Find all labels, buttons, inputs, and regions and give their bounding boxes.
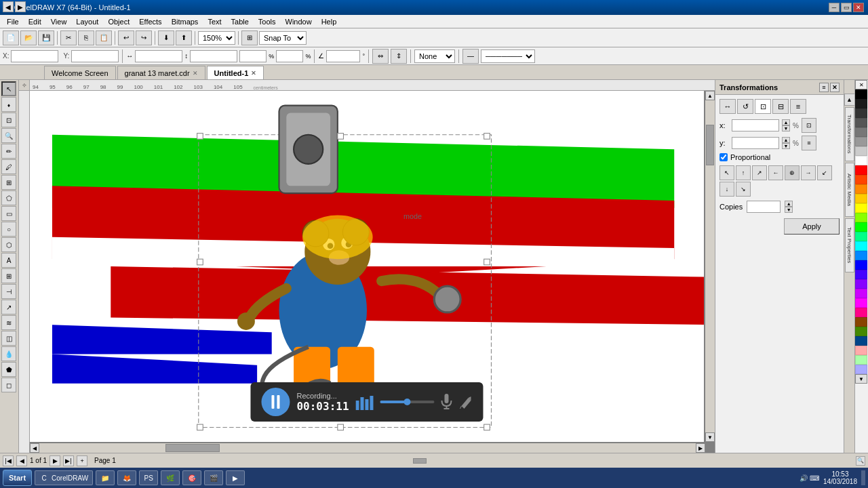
show-desktop-btn[interactable] (861, 470, 865, 485)
restore-button[interactable]: ▭ (841, 3, 852, 12)
scroll-left-btn[interactable]: ◀ (30, 443, 39, 453)
color-swatch[interactable] (855, 365, 867, 374)
menu-layout[interactable]: Layout (72, 16, 102, 27)
side-tab-artistic-media[interactable]: Artistic Media (845, 163, 854, 217)
progress-bar[interactable] (380, 401, 435, 403)
tab-granat-close[interactable]: ✕ (193, 70, 198, 77)
color-swatch[interactable] (855, 251, 867, 260)
shape-tool[interactable]: ⬧ (1, 97, 16, 112)
color-swatch[interactable] (855, 232, 867, 241)
copies-spin-down[interactable]: ▼ (785, 207, 793, 213)
scroll-up-btn[interactable]: ▲ (705, 91, 715, 100)
transform-tab-scale[interactable]: ⊡ (755, 99, 771, 114)
color-swatch[interactable] (855, 213, 867, 222)
scroll-h-thumb[interactable] (165, 444, 220, 452)
export-button[interactable]: ⬆ (176, 30, 192, 45)
color-red[interactable] (855, 165, 867, 175)
menu-edit[interactable]: Edit (24, 16, 45, 27)
color-yellow[interactable] (855, 194, 867, 203)
color-cyan[interactable] (855, 241, 867, 251)
anchor-bl[interactable]: ↙ (817, 165, 832, 180)
color-more-btn[interactable]: ▼ (855, 374, 867, 384)
scroll-down-btn[interactable]: ▼ (705, 432, 715, 442)
angle-input[interactable]: 180,0 (326, 50, 360, 62)
scroll-right-btn[interactable]: ▶ (696, 443, 705, 453)
taskbar-app5[interactable]: 🎯 (182, 470, 201, 485)
polygon-tool[interactable]: ⬡ (1, 237, 16, 252)
x-spin-up[interactable]: ▲ (782, 119, 790, 125)
transparency-tool[interactable]: ◫ (1, 331, 16, 346)
zoom-combo[interactable]: 150% 100% 75% 50% (198, 31, 235, 45)
menu-effects[interactable]: Effects (135, 16, 165, 27)
lock-aspect-btn[interactable]: ⊡ (802, 118, 816, 133)
blend-tool[interactable]: ≋ (1, 315, 16, 330)
crop-tool[interactable]: ⊡ (1, 113, 16, 127)
color-swatch[interactable] (855, 346, 867, 355)
y-input[interactable]: 53,502 cm (71, 50, 119, 62)
tab-granat[interactable]: granat 13 maret.cdr ✕ (117, 66, 205, 79)
horizontal-scrollbar[interactable] (123, 458, 849, 464)
new-button[interactable]: 📄 (3, 30, 19, 45)
parallel-tool[interactable]: ⊞ (1, 175, 16, 190)
color-blue[interactable] (855, 260, 867, 270)
close-button[interactable]: ✕ (853, 3, 864, 12)
transform-tab-skew[interactable]: ≡ (790, 99, 806, 114)
line-style-combo[interactable]: ──────── (481, 49, 535, 63)
color-swatch[interactable] (855, 355, 867, 365)
color-swatch[interactable] (855, 327, 867, 336)
anchor-bc[interactable]: ↓ (719, 182, 734, 197)
menu-bitmaps[interactable]: Bitmaps (167, 16, 203, 27)
pause-button[interactable] (261, 388, 290, 416)
zoom-tool[interactable]: 🔍 (1, 128, 16, 143)
w-percent-input[interactable]: 130,4 (239, 50, 267, 62)
height-input[interactable]: 6,424 cm (190, 50, 237, 62)
color-swatch[interactable] (855, 108, 867, 118)
h-scroll-thumb[interactable] (413, 458, 427, 464)
taskbar-app7[interactable]: ▶ (226, 470, 245, 485)
menu-tools[interactable]: Tools (254, 16, 280, 27)
taskbar-photoshop[interactable]: PS (139, 470, 158, 485)
redo-button[interactable]: ↪ (136, 30, 152, 45)
undo-button[interactable]: ↩ (118, 30, 134, 45)
tab-scroll-left[interactable]: ◀ (3, 1, 14, 12)
anchor-tc[interactable]: ↑ (736, 165, 751, 180)
x-spin-down[interactable]: ▼ (782, 125, 790, 131)
transform-tab-position[interactable]: ↔ (719, 99, 736, 114)
color-swatch[interactable] (855, 146, 867, 156)
color-swatch[interactable] (855, 137, 867, 146)
mirror-v-button[interactable]: ⇕ (391, 49, 407, 64)
y-spin-down[interactable]: ▼ (782, 143, 790, 149)
dimension-tool[interactable]: ⊣ (1, 284, 16, 299)
tab-welcome[interactable]: Welcome Screen (44, 66, 116, 79)
snap-button[interactable]: ⊞ (241, 30, 258, 45)
open-button[interactable]: 📂 (20, 30, 37, 45)
add-page-btn[interactable]: + (77, 455, 87, 466)
eyedropper-tool[interactable]: 💧 (1, 346, 16, 361)
y-spin-up[interactable]: ▲ (782, 137, 790, 143)
menu-object[interactable]: Object (104, 16, 134, 27)
none-combo[interactable]: None (414, 49, 455, 63)
y-lock-btn[interactable]: ≡ (802, 136, 816, 150)
menu-text[interactable]: Text (203, 16, 225, 27)
start-button[interactable]: Start (3, 470, 32, 486)
table-tool[interactable]: ⊞ (1, 268, 16, 283)
fill-tool[interactable]: ⬟ (1, 362, 16, 377)
color-magenta[interactable] (855, 298, 867, 308)
scroll-thumb[interactable] (706, 125, 714, 165)
page-next-btn[interactable]: ▶ (50, 455, 60, 466)
ellipse-tool[interactable]: ○ (1, 222, 16, 237)
tab-untitled-close[interactable]: ✕ (251, 70, 256, 77)
copies-spin-up[interactable]: ▲ (785, 201, 793, 207)
color-swatch[interactable] (855, 279, 867, 289)
color-swatch[interactable] (855, 175, 867, 184)
taskbar-firefox[interactable]: 🦊 (117, 470, 136, 485)
view-options-btn[interactable]: 🔍 (856, 456, 865, 466)
anchor-tr[interactable]: ↗ (752, 165, 767, 180)
import-button[interactable]: ⬇ (158, 30, 174, 45)
color-green[interactable] (855, 222, 867, 232)
x-input[interactable]: 97,573 cm (11, 50, 58, 62)
panel-close-btn[interactable]: ✕ (830, 83, 840, 92)
color-swatch[interactable] (855, 289, 867, 298)
taskbar-app6[interactable]: 🎬 (204, 470, 223, 485)
panel-nav-up[interactable]: ▲ (844, 94, 855, 106)
